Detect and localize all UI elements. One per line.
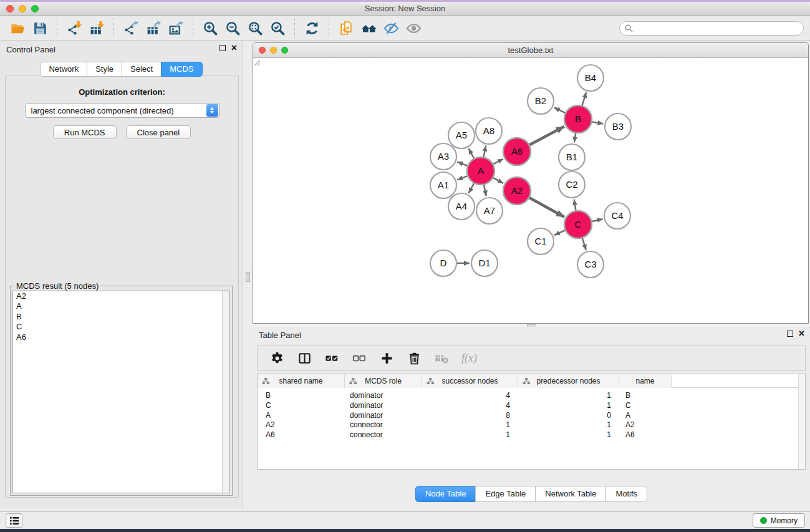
open-icon[interactable] xyxy=(6,18,29,38)
table-cell: 4 xyxy=(422,390,518,400)
table-row[interactable]: A6connector11A6 xyxy=(258,430,798,440)
columns-icon[interactable] xyxy=(295,349,314,368)
delete-table-icon[interactable] xyxy=(432,349,451,368)
tab-select[interactable]: Select xyxy=(122,62,162,77)
tab-network-table[interactable]: Network Table xyxy=(535,486,606,502)
zoom-out-icon[interactable] xyxy=(221,18,244,38)
svg-text:A7: A7 xyxy=(484,205,495,216)
table-header-row: shared nameMCDS rolesuccessor nodesprede… xyxy=(258,374,805,388)
eye-icon[interactable] xyxy=(402,18,425,38)
graph-node-D[interactable]: D xyxy=(430,250,456,276)
column-header-name[interactable]: name xyxy=(619,374,672,388)
float-icon[interactable] xyxy=(787,331,793,337)
export-image-icon[interactable] xyxy=(165,18,187,38)
export-table-icon[interactable] xyxy=(142,18,165,38)
houses-icon[interactable] xyxy=(357,18,380,38)
network-canvas[interactable]: B4B2BB3B1A5A8A6A3AA1C2A4A7A2CC4C1C3DD1 xyxy=(253,59,808,323)
tab-node-table[interactable]: Node Table xyxy=(415,486,476,502)
mcds-result-item[interactable]: C xyxy=(13,322,229,332)
graph-node-A4[interactable]: A4 xyxy=(448,193,475,220)
graph-node-B[interactable]: B xyxy=(564,105,592,133)
tab-motifs[interactable]: Motifs xyxy=(605,486,647,502)
search-icon xyxy=(625,24,633,32)
table-scrollbar[interactable] xyxy=(798,374,805,469)
graph-node-B3[interactable]: B3 xyxy=(605,114,631,140)
resize-grip-icon[interactable] xyxy=(253,59,261,66)
graph-node-B4[interactable]: B4 xyxy=(577,65,604,91)
close-icon[interactable]: × xyxy=(231,44,237,52)
graph-node-B2[interactable]: B2 xyxy=(528,88,554,114)
graph-node-A6[interactable]: A6 xyxy=(503,138,531,165)
export-network-icon[interactable] xyxy=(120,18,142,38)
tab-network[interactable]: Network xyxy=(40,62,87,77)
table-cell: A2 xyxy=(258,420,345,430)
task-history-button[interactable] xyxy=(6,513,22,528)
toolbar-separator xyxy=(329,19,329,37)
graph-node-C4[interactable]: C4 xyxy=(604,203,630,229)
search-input[interactable] xyxy=(636,24,798,33)
select-all-icon[interactable] xyxy=(322,349,341,368)
table-row[interactable]: Bdominator41B xyxy=(258,390,798,400)
close-icon[interactable]: × xyxy=(799,330,804,337)
graph-node-C1[interactable]: C1 xyxy=(528,228,554,254)
graph-node-A3[interactable]: A3 xyxy=(430,143,456,170)
settings-icon[interactable] xyxy=(268,349,286,368)
table-row[interactable]: A2connector11A2 xyxy=(258,420,798,430)
mcds-list-scrollbar[interactable] xyxy=(222,291,229,493)
column-header-shared-name[interactable]: shared name xyxy=(258,374,345,388)
app-title: Session: New Session xyxy=(0,4,810,13)
graph-node-A2[interactable]: A2 xyxy=(503,177,531,205)
graph-node-C[interactable]: C xyxy=(564,211,592,238)
table-row[interactable]: Cdominator41C xyxy=(258,400,798,410)
column-header-MCDS-role[interactable]: MCDS role xyxy=(345,374,422,388)
toolbar-search[interactable] xyxy=(619,21,804,36)
app-titlebar: Session: New Session xyxy=(0,2,810,16)
graph-node-A5[interactable]: A5 xyxy=(448,122,475,148)
mcds-result-item[interactable]: A xyxy=(13,301,229,311)
deselect-all-icon[interactable] xyxy=(350,349,369,368)
graph-node-C2[interactable]: C2 xyxy=(559,172,585,198)
graph-node-C3[interactable]: C3 xyxy=(577,251,604,278)
zoom-selected-icon[interactable] xyxy=(266,18,289,38)
graph-node-A[interactable]: A xyxy=(467,157,494,185)
close-panel-button[interactable]: Close panel xyxy=(126,125,191,139)
import-table-icon[interactable] xyxy=(85,18,108,38)
column-header-successor-nodes[interactable]: successor nodes xyxy=(422,374,518,388)
run-mcds-button[interactable]: Run MCDS xyxy=(53,125,117,139)
add-icon[interactable] xyxy=(377,349,396,368)
mcds-result-item[interactable]: B xyxy=(13,312,229,322)
optimization-criterion-select[interactable]: largest connected component (directed) xyxy=(25,103,219,118)
graph-node-D1[interactable]: D1 xyxy=(471,250,498,276)
screen: Session: New Session Control Panel × xyxy=(0,0,810,532)
tab-style[interactable]: Style xyxy=(87,62,122,77)
mcds-result-item[interactable]: A2 xyxy=(13,291,229,301)
network-window-titlebar[interactable]: testGlobe.txt xyxy=(253,43,808,58)
mcds-result-item[interactable]: A6 xyxy=(13,332,229,342)
delete-icon[interactable] xyxy=(405,349,423,368)
graph-node-A1[interactable]: A1 xyxy=(430,172,456,198)
hide-graphics-icon[interactable] xyxy=(380,18,402,38)
divider-grip[interactable] xyxy=(246,272,250,282)
memory-button[interactable]: Memory xyxy=(753,513,805,528)
mcds-result-list[interactable]: A2ABCA6 xyxy=(12,291,230,493)
import-network-icon[interactable] xyxy=(63,18,85,38)
table-cell: dominator xyxy=(345,400,422,410)
float-icon[interactable] xyxy=(219,45,226,51)
graph-node-A8[interactable]: A8 xyxy=(476,118,502,144)
save-icon[interactable] xyxy=(29,18,51,38)
graph-node-B1[interactable]: B1 xyxy=(559,144,585,170)
tab-edge-table[interactable]: Edge Table xyxy=(475,486,536,502)
graph-node-A7[interactable]: A7 xyxy=(476,198,503,224)
column-header-predecessor-nodes[interactable]: predecessor nodes xyxy=(518,374,619,388)
table-tabs: Node TableEdge TableNetwork TableMotifs xyxy=(253,486,810,502)
apply-function-icon[interactable]: f(x) xyxy=(460,352,477,365)
tab-mcds[interactable]: MCDS xyxy=(161,62,202,77)
network-document-icon[interactable] xyxy=(335,18,357,38)
zoom-fit-icon[interactable] xyxy=(244,18,266,38)
refresh-icon[interactable] xyxy=(301,18,323,38)
table-row[interactable]: Adominator80A xyxy=(258,410,798,420)
table-cell: dominator xyxy=(345,410,422,420)
zoom-in-icon[interactable] xyxy=(199,18,221,38)
svg-text:B: B xyxy=(575,114,581,124)
vertical-split-divider[interactable] xyxy=(243,41,253,508)
